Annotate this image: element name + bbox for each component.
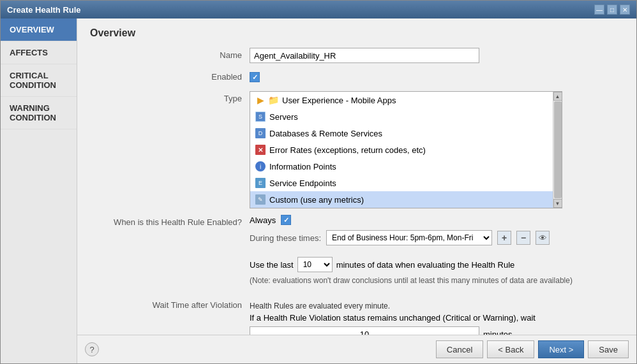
always-checkbox[interactable] — [281, 215, 291, 225]
create-health-rule-dialog: Create Health Rule — □ ✕ OVERVIEW AFFECT… — [0, 0, 637, 364]
type-item-servers[interactable]: S Servers — [250, 108, 553, 125]
wait-section-row: Wait Time after Violation Health Rules a… — [90, 298, 624, 335]
note-text: (Note: evaluations won't draw conclusion… — [250, 276, 624, 285]
wait-text2-post: minutes — [483, 330, 513, 335]
type-item-info[interactable]: i Information Points — [250, 158, 553, 175]
type-list-inner: ▶ 📁 User Experience - Mobile Apps S Serv… — [250, 92, 553, 208]
dropdown-scroll: ▶ 📁 User Experience - Mobile Apps S Serv… — [250, 92, 562, 208]
when-enabled-row: When is this Health Rule Enabled? Always… — [90, 215, 624, 251]
db-icon: D — [255, 128, 266, 138]
next-button[interactable]: Next > — [538, 340, 584, 358]
dialog-title: Create Health Rule — [7, 5, 81, 15]
endpoint-icon: E — [255, 178, 266, 188]
enabled-checkbox-wrap — [250, 69, 624, 85]
type-label: Type — [90, 91, 250, 103]
remove-schedule-button[interactable]: − — [516, 231, 530, 245]
type-row: Type ▶ 📁 User Experience - Mobile Apps — [90, 91, 624, 208]
wait-inline: If a Health Rule Violation status remain… — [250, 313, 624, 335]
wait-label: Wait Time after Violation — [90, 298, 250, 310]
enabled-row: Enabled — [90, 69, 624, 85]
type-item-endpoint[interactable]: E Service Endpoints — [250, 175, 553, 191]
when-control: Always During these times: End of Busine… — [250, 215, 624, 251]
use-last-row-wrapper: Use the last 10 5 15 30 60 minutes of da… — [90, 257, 624, 291]
minimize-button[interactable]: — — [594, 4, 604, 15]
type-item-label: Databases & Remote Services — [269, 129, 382, 138]
when-row: Always — [250, 215, 624, 225]
scroll-up-arrow[interactable]: ▲ — [553, 92, 562, 101]
scroll-thumb[interactable] — [554, 101, 562, 198]
sidebar-item-overview[interactable]: OVERVIEW — [1, 18, 77, 41]
back-button[interactable]: < Back — [487, 340, 534, 358]
view-schedule-button[interactable]: 👁 — [536, 231, 550, 245]
folder-icon: ▶ — [255, 95, 266, 105]
name-label: Name — [90, 48, 250, 60]
page-title: Overview — [90, 27, 624, 39]
during-label: During these times: — [250, 233, 321, 243]
type-item-label: Service Endpoints — [269, 178, 336, 188]
dialog-footer: ? Cancel < Back Next > Save — [77, 335, 636, 363]
use-last-pre: Use the last — [250, 260, 294, 270]
wait-text1: Health Rules are evaluated every minute. — [250, 302, 624, 310]
dialog-titlebar: Create Health Rule — □ ✕ — [1, 1, 636, 18]
type-item-error[interactable]: ✕ Error Rates (exceptions, return codes,… — [250, 142, 553, 158]
error-icon: ✕ — [255, 145, 266, 155]
help-button[interactable]: ? — [85, 342, 99, 356]
custom-icon: ✎ — [255, 194, 266, 205]
name-field-wrap — [250, 48, 624, 63]
type-item-label: User Experience - Mobile Apps — [282, 96, 396, 105]
type-item-label: Servers — [269, 112, 298, 122]
type-dropdown: ▶ 📁 User Experience - Mobile Apps S Serv… — [250, 91, 624, 208]
save-button[interactable]: Save — [588, 340, 629, 358]
content-inner: Overview Name Enabled Typ — [77, 18, 636, 335]
name-row: Name — [90, 48, 624, 63]
sidebar-item-affects[interactable]: AFFECTS — [1, 41, 77, 64]
during-row: During these times: End of Business Hour… — [250, 230, 624, 245]
name-input[interactable] — [250, 48, 479, 63]
use-last-label-empty — [90, 257, 250, 259]
sidebar-item-critical[interactable]: CRITICAL CONDITION — [1, 64, 77, 97]
enabled-checkbox[interactable] — [250, 72, 260, 82]
type-item-label: Custom (use any metrics) — [269, 195, 364, 205]
titlebar-controls: — □ ✕ — [594, 4, 630, 15]
when-label: When is this Health Rule Enabled? — [90, 215, 250, 227]
folder-icon2: 📁 — [268, 95, 278, 105]
type-item-label: Information Points — [269, 162, 336, 171]
use-last-row: Use the last 10 5 15 30 60 minutes of da… — [250, 257, 624, 272]
during-select[interactable]: End of Business Hour: 5pm-6pm, Mon-Fri A… — [326, 230, 492, 245]
close-button[interactable]: ✕ — [620, 4, 630, 15]
sidebar: OVERVIEW AFFECTS CRITICAL CONDITION WARN… — [1, 18, 77, 363]
dialog-body: OVERVIEW AFFECTS CRITICAL CONDITION WARN… — [1, 18, 636, 363]
use-last-control: Use the last 10 5 15 30 60 minutes of da… — [250, 257, 624, 291]
maximize-button[interactable]: □ — [607, 4, 617, 15]
type-item-db[interactable]: D Databases & Remote Services — [250, 125, 553, 142]
type-list-container: ▶ 📁 User Experience - Mobile Apps S Serv… — [250, 91, 562, 208]
wait-text2-pre: If a Health Rule Violation status remain… — [250, 313, 536, 323]
type-item-ux-mobile[interactable]: ▶ 📁 User Experience - Mobile Apps — [250, 92, 553, 108]
sidebar-item-warning[interactable]: WARNING CONDITION — [1, 97, 77, 129]
wait-section: Health Rules are evaluated every minute.… — [250, 302, 624, 335]
enabled-label: Enabled — [90, 69, 250, 82]
type-item-custom[interactable]: ✎ Custom (use any metrics) — [250, 191, 553, 208]
add-schedule-button[interactable]: + — [497, 231, 511, 245]
server-icon: S — [255, 112, 266, 122]
type-item-label: Error Rates (exceptions, return codes, e… — [269, 145, 426, 155]
cancel-button[interactable]: Cancel — [436, 340, 483, 358]
when-value: Always — [250, 215, 276, 225]
wait-minutes-input[interactable] — [250, 326, 479, 335]
main-content: Overview Name Enabled Typ — [77, 18, 636, 363]
use-last-select[interactable]: 10 5 15 30 60 — [297, 257, 333, 272]
info-icon: i — [255, 161, 266, 171]
type-list-scrollbar[interactable]: ▲ ▼ — [553, 92, 562, 208]
scroll-down-arrow[interactable]: ▼ — [553, 199, 562, 208]
use-last-post: minutes of data when evaluating the Heal… — [336, 260, 515, 270]
